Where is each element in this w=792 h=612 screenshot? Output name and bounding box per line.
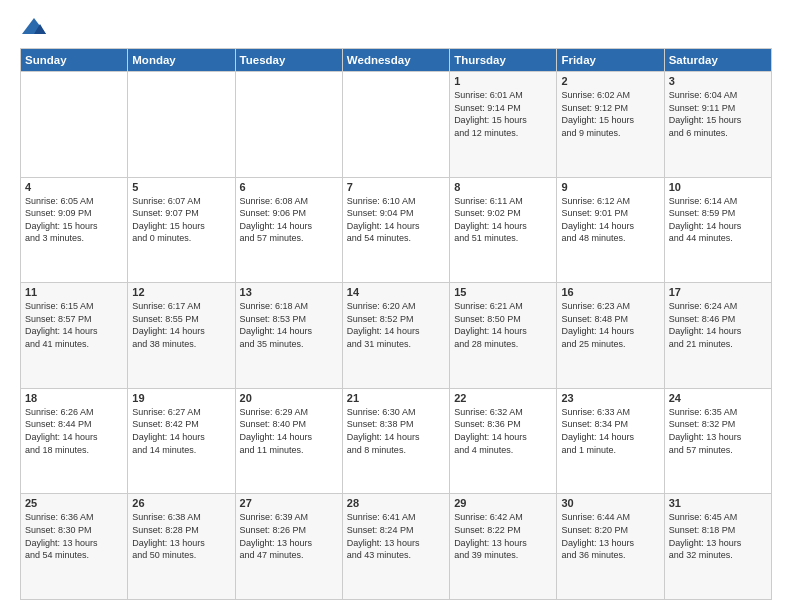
day-info: Sunrise: 6:39 AMSunset: 8:26 PMDaylight:… [240, 511, 338, 561]
day-info: Sunrise: 6:07 AMSunset: 9:07 PMDaylight:… [132, 195, 230, 245]
calendar-cell: 14Sunrise: 6:20 AMSunset: 8:52 PMDayligh… [342, 283, 449, 389]
calendar-cell [342, 72, 449, 178]
calendar-week-row: 4Sunrise: 6:05 AMSunset: 9:09 PMDaylight… [21, 177, 772, 283]
calendar-cell: 15Sunrise: 6:21 AMSunset: 8:50 PMDayligh… [450, 283, 557, 389]
day-info: Sunrise: 6:12 AMSunset: 9:01 PMDaylight:… [561, 195, 659, 245]
weekday-header: Tuesday [235, 49, 342, 72]
weekday-header: Thursday [450, 49, 557, 72]
day-info: Sunrise: 6:33 AMSunset: 8:34 PMDaylight:… [561, 406, 659, 456]
day-info: Sunrise: 6:23 AMSunset: 8:48 PMDaylight:… [561, 300, 659, 350]
calendar-cell: 13Sunrise: 6:18 AMSunset: 8:53 PMDayligh… [235, 283, 342, 389]
calendar-cell: 30Sunrise: 6:44 AMSunset: 8:20 PMDayligh… [557, 494, 664, 600]
day-info: Sunrise: 6:15 AMSunset: 8:57 PMDaylight:… [25, 300, 123, 350]
calendar-cell: 7Sunrise: 6:10 AMSunset: 9:04 PMDaylight… [342, 177, 449, 283]
calendar-table: SundayMondayTuesdayWednesdayThursdayFrid… [20, 48, 772, 600]
day-number: 22 [454, 392, 552, 404]
calendar-cell: 20Sunrise: 6:29 AMSunset: 8:40 PMDayligh… [235, 388, 342, 494]
day-number: 12 [132, 286, 230, 298]
calendar-header-row: SundayMondayTuesdayWednesdayThursdayFrid… [21, 49, 772, 72]
day-number: 15 [454, 286, 552, 298]
day-number: 24 [669, 392, 767, 404]
day-number: 25 [25, 497, 123, 509]
calendar-cell: 24Sunrise: 6:35 AMSunset: 8:32 PMDayligh… [664, 388, 771, 494]
day-info: Sunrise: 6:24 AMSunset: 8:46 PMDaylight:… [669, 300, 767, 350]
calendar-cell: 23Sunrise: 6:33 AMSunset: 8:34 PMDayligh… [557, 388, 664, 494]
calendar-cell: 25Sunrise: 6:36 AMSunset: 8:30 PMDayligh… [21, 494, 128, 600]
calendar-cell: 8Sunrise: 6:11 AMSunset: 9:02 PMDaylight… [450, 177, 557, 283]
day-info: Sunrise: 6:30 AMSunset: 8:38 PMDaylight:… [347, 406, 445, 456]
day-number: 18 [25, 392, 123, 404]
day-number: 31 [669, 497, 767, 509]
day-number: 7 [347, 181, 445, 193]
calendar-cell: 6Sunrise: 6:08 AMSunset: 9:06 PMDaylight… [235, 177, 342, 283]
day-info: Sunrise: 6:38 AMSunset: 8:28 PMDaylight:… [132, 511, 230, 561]
calendar-cell [128, 72, 235, 178]
calendar-cell: 31Sunrise: 6:45 AMSunset: 8:18 PMDayligh… [664, 494, 771, 600]
day-number: 14 [347, 286, 445, 298]
day-info: Sunrise: 6:29 AMSunset: 8:40 PMDaylight:… [240, 406, 338, 456]
day-info: Sunrise: 6:05 AMSunset: 9:09 PMDaylight:… [25, 195, 123, 245]
calendar-cell: 4Sunrise: 6:05 AMSunset: 9:09 PMDaylight… [21, 177, 128, 283]
day-number: 30 [561, 497, 659, 509]
day-info: Sunrise: 6:36 AMSunset: 8:30 PMDaylight:… [25, 511, 123, 561]
day-info: Sunrise: 6:02 AMSunset: 9:12 PMDaylight:… [561, 89, 659, 139]
day-info: Sunrise: 6:17 AMSunset: 8:55 PMDaylight:… [132, 300, 230, 350]
calendar-cell: 27Sunrise: 6:39 AMSunset: 8:26 PMDayligh… [235, 494, 342, 600]
day-number: 16 [561, 286, 659, 298]
calendar-week-row: 25Sunrise: 6:36 AMSunset: 8:30 PMDayligh… [21, 494, 772, 600]
day-info: Sunrise: 6:14 AMSunset: 8:59 PMDaylight:… [669, 195, 767, 245]
day-number: 8 [454, 181, 552, 193]
calendar-cell: 10Sunrise: 6:14 AMSunset: 8:59 PMDayligh… [664, 177, 771, 283]
calendar-cell: 3Sunrise: 6:04 AMSunset: 9:11 PMDaylight… [664, 72, 771, 178]
day-info: Sunrise: 6:26 AMSunset: 8:44 PMDaylight:… [25, 406, 123, 456]
calendar-cell: 29Sunrise: 6:42 AMSunset: 8:22 PMDayligh… [450, 494, 557, 600]
day-info: Sunrise: 6:32 AMSunset: 8:36 PMDaylight:… [454, 406, 552, 456]
day-info: Sunrise: 6:41 AMSunset: 8:24 PMDaylight:… [347, 511, 445, 561]
day-number: 21 [347, 392, 445, 404]
calendar-cell: 12Sunrise: 6:17 AMSunset: 8:55 PMDayligh… [128, 283, 235, 389]
day-number: 1 [454, 75, 552, 87]
day-number: 11 [25, 286, 123, 298]
day-number: 3 [669, 75, 767, 87]
calendar-cell: 18Sunrise: 6:26 AMSunset: 8:44 PMDayligh… [21, 388, 128, 494]
calendar-cell: 9Sunrise: 6:12 AMSunset: 9:01 PMDaylight… [557, 177, 664, 283]
day-info: Sunrise: 6:42 AMSunset: 8:22 PMDaylight:… [454, 511, 552, 561]
calendar-cell: 22Sunrise: 6:32 AMSunset: 8:36 PMDayligh… [450, 388, 557, 494]
day-number: 19 [132, 392, 230, 404]
day-info: Sunrise: 6:01 AMSunset: 9:14 PMDaylight:… [454, 89, 552, 139]
day-number: 28 [347, 497, 445, 509]
day-number: 5 [132, 181, 230, 193]
logo [20, 16, 52, 38]
day-info: Sunrise: 6:20 AMSunset: 8:52 PMDaylight:… [347, 300, 445, 350]
day-number: 29 [454, 497, 552, 509]
calendar-cell: 11Sunrise: 6:15 AMSunset: 8:57 PMDayligh… [21, 283, 128, 389]
calendar-cell: 17Sunrise: 6:24 AMSunset: 8:46 PMDayligh… [664, 283, 771, 389]
day-number: 27 [240, 497, 338, 509]
weekday-header: Friday [557, 49, 664, 72]
calendar-cell [235, 72, 342, 178]
day-number: 9 [561, 181, 659, 193]
day-info: Sunrise: 6:10 AMSunset: 9:04 PMDaylight:… [347, 195, 445, 245]
weekday-header: Monday [128, 49, 235, 72]
day-info: Sunrise: 6:18 AMSunset: 8:53 PMDaylight:… [240, 300, 338, 350]
day-info: Sunrise: 6:44 AMSunset: 8:20 PMDaylight:… [561, 511, 659, 561]
calendar-cell: 1Sunrise: 6:01 AMSunset: 9:14 PMDaylight… [450, 72, 557, 178]
day-number: 4 [25, 181, 123, 193]
calendar-cell: 5Sunrise: 6:07 AMSunset: 9:07 PMDaylight… [128, 177, 235, 283]
calendar-cell: 28Sunrise: 6:41 AMSunset: 8:24 PMDayligh… [342, 494, 449, 600]
calendar-cell: 2Sunrise: 6:02 AMSunset: 9:12 PMDaylight… [557, 72, 664, 178]
day-number: 26 [132, 497, 230, 509]
header [20, 16, 772, 38]
day-info: Sunrise: 6:45 AMSunset: 8:18 PMDaylight:… [669, 511, 767, 561]
day-number: 6 [240, 181, 338, 193]
day-number: 17 [669, 286, 767, 298]
calendar-cell: 21Sunrise: 6:30 AMSunset: 8:38 PMDayligh… [342, 388, 449, 494]
day-info: Sunrise: 6:11 AMSunset: 9:02 PMDaylight:… [454, 195, 552, 245]
calendar-cell: 16Sunrise: 6:23 AMSunset: 8:48 PMDayligh… [557, 283, 664, 389]
day-info: Sunrise: 6:04 AMSunset: 9:11 PMDaylight:… [669, 89, 767, 139]
calendar-cell: 19Sunrise: 6:27 AMSunset: 8:42 PMDayligh… [128, 388, 235, 494]
weekday-header: Wednesday [342, 49, 449, 72]
calendar-week-row: 18Sunrise: 6:26 AMSunset: 8:44 PMDayligh… [21, 388, 772, 494]
day-number: 2 [561, 75, 659, 87]
day-info: Sunrise: 6:27 AMSunset: 8:42 PMDaylight:… [132, 406, 230, 456]
